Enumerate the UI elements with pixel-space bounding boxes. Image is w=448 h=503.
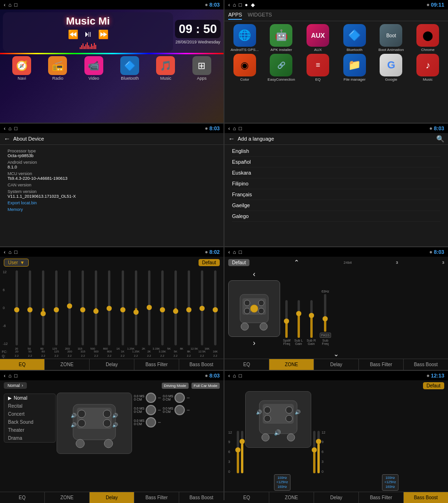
minus-icon-5[interactable]: − bbox=[158, 419, 161, 426]
square-icon[interactable]: □ bbox=[14, 126, 17, 131]
minus-icon-1[interactable]: − bbox=[158, 394, 161, 401]
back-icon[interactable]: ‹ bbox=[228, 373, 230, 378]
back-icon[interactable]: ‹ bbox=[4, 2, 6, 8]
home-icon[interactable]: ⌂ bbox=[233, 126, 236, 131]
nav-video[interactable]: 📹 Video bbox=[84, 56, 103, 81]
eq-vslider-12[interactable] bbox=[174, 270, 177, 345]
driving-mode-button[interactable]: Driving Mode bbox=[162, 383, 189, 389]
nav-navi[interactable]: 🧭 Navi bbox=[12, 56, 31, 81]
subfreq-slider[interactable] bbox=[324, 294, 326, 332]
eq-vslider-0[interactable] bbox=[16, 270, 18, 345]
diamond-icon[interactable]: ◆ bbox=[251, 2, 255, 8]
minus-icon-3[interactable]: − bbox=[158, 407, 161, 413]
preset-nomal[interactable]: ▶ Nomal bbox=[4, 394, 55, 402]
app-aux[interactable]: AUX AUX bbox=[300, 24, 335, 52]
back-icon[interactable]: ‹ bbox=[228, 126, 230, 131]
zone-default-button[interactable]: Defaut bbox=[228, 259, 249, 266]
home-icon[interactable]: ⌂ bbox=[8, 126, 12, 131]
lang-euskara[interactable]: Euskara bbox=[232, 168, 440, 178]
tab-eq[interactable]: EQ bbox=[224, 359, 269, 370]
bass-right-slider1[interactable] bbox=[313, 431, 315, 473]
square-icon[interactable]: □ bbox=[239, 373, 242, 378]
eq-vslider-7[interactable] bbox=[108, 270, 110, 345]
lang-espanol[interactable]: Español bbox=[232, 157, 440, 168]
app-bluetooth[interactable]: 🔷 Bluetooth bbox=[337, 24, 372, 52]
square-icon[interactable]: □ bbox=[239, 249, 242, 255]
eq-vslider-5[interactable] bbox=[82, 270, 84, 345]
preset-theater[interactable]: Theater bbox=[4, 426, 55, 434]
tab-eq[interactable]: EQ bbox=[0, 359, 45, 370]
tab-zone[interactable]: ZONE bbox=[269, 359, 314, 370]
eq-vslider-9[interactable] bbox=[135, 270, 137, 345]
eq-vslider-6[interactable] bbox=[95, 270, 97, 345]
eq-preset-select[interactable]: User ▼ bbox=[4, 259, 29, 267]
export-link[interactable]: Export locat.bin bbox=[8, 201, 216, 205]
eq-vslider-13[interactable] bbox=[188, 270, 190, 345]
subl-slider[interactable] bbox=[298, 300, 300, 338]
eq-vslider-11[interactable] bbox=[161, 270, 164, 345]
home-icon[interactable]: ⌂ bbox=[233, 373, 236, 378]
tab-bass-boost[interactable]: Bass Boost bbox=[179, 359, 224, 370]
spdif-slider[interactable] bbox=[285, 300, 288, 338]
app-easy[interactable]: 🔗 EasyConnection bbox=[264, 54, 299, 82]
app-apk[interactable]: 🤖 APK installer bbox=[264, 24, 299, 52]
lang-english[interactable]: English bbox=[232, 146, 440, 157]
delay-mode-select[interactable]: Nomal › bbox=[4, 382, 27, 389]
lang-gaeilge[interactable]: Gaeilge bbox=[232, 200, 440, 211]
tab-bass-filter[interactable]: Bass Filter bbox=[134, 359, 179, 370]
app-music[interactable]: ♪ Music bbox=[410, 54, 445, 82]
square-icon[interactable]: □ bbox=[14, 2, 17, 8]
home-icon[interactable]: ⌂ bbox=[8, 249, 12, 255]
app-chrome[interactable]: ⬤ Chrome bbox=[410, 24, 445, 52]
expand-up-icon[interactable]: ⌃ bbox=[294, 259, 299, 266]
back-icon[interactable]: ‹ bbox=[4, 373, 6, 378]
home-icon[interactable]: ⌂ bbox=[8, 2, 12, 8]
eq-vslider-3[interactable] bbox=[55, 270, 58, 345]
square-icon[interactable]: □ bbox=[239, 126, 242, 131]
lang-galego[interactable]: Galego bbox=[232, 211, 440, 222]
app-fileman[interactable]: 📁 File manager bbox=[337, 54, 372, 82]
preset-concert[interactable]: Concert bbox=[4, 410, 55, 418]
delay-knob-5[interactable] bbox=[146, 417, 156, 428]
eq-vslider-10[interactable] bbox=[148, 270, 150, 345]
app-google[interactable]: G Google bbox=[374, 54, 409, 82]
preset-back-sound[interactable]: Back Sound bbox=[4, 418, 55, 426]
next-button[interactable]: ⏩ bbox=[98, 29, 108, 40]
prev-car-icon[interactable]: ‹ bbox=[253, 270, 255, 278]
tab-apps[interactable]: APPS bbox=[228, 10, 242, 20]
nav-apps[interactable]: ⊞ Apps bbox=[192, 56, 211, 81]
home-icon[interactable]: ⌂ bbox=[8, 373, 12, 378]
back-icon[interactable]: ‹ bbox=[228, 2, 230, 8]
prev-button[interactable]: ⏪ bbox=[68, 29, 78, 40]
eq-vslider-14[interactable] bbox=[201, 270, 203, 345]
app-boot[interactable]: Boot Boot Animation bbox=[374, 24, 409, 52]
tab-bass-boost[interactable]: Bass Boost bbox=[404, 359, 448, 370]
next-car-icon[interactable]: › bbox=[253, 339, 255, 347]
subr-slider[interactable] bbox=[310, 300, 313, 338]
tab-bass-boost[interactable]: Bass Boost bbox=[179, 492, 224, 503]
eq-default-button[interactable]: Defaut bbox=[199, 259, 220, 266]
lang-francais[interactable]: Français bbox=[232, 189, 440, 200]
minus-icon-2[interactable]: − bbox=[186, 394, 190, 401]
back-icon[interactable]: ‹ bbox=[228, 249, 230, 255]
delay-knob-1[interactable] bbox=[146, 393, 156, 403]
tab-bass-filter[interactable]: Bass Filter bbox=[134, 492, 179, 503]
preset-recital[interactable]: Recital bbox=[4, 402, 55, 410]
app-eq[interactable]: ≡ EQ bbox=[300, 54, 335, 82]
home-icon[interactable]: ⌂ bbox=[233, 2, 236, 8]
delay-knob-4[interactable] bbox=[174, 405, 185, 415]
bass-default-button[interactable]: Defaut bbox=[423, 382, 444, 389]
eq-vslider-4[interactable] bbox=[68, 270, 71, 345]
tab-bass-filter[interactable]: Bass Filter bbox=[359, 359, 404, 370]
back-icon[interactable]: ‹ bbox=[4, 126, 6, 131]
delay-knob-2[interactable] bbox=[174, 393, 185, 403]
nav-bluetooth[interactable]: 🔷 Bluetooth bbox=[120, 56, 139, 81]
delay-knob-3[interactable] bbox=[146, 405, 156, 415]
tab-bass-filter[interactable]: Bass Filter bbox=[359, 492, 404, 503]
tab-delay[interactable]: Delay bbox=[314, 492, 359, 503]
preset-drama[interactable]: Drama bbox=[4, 434, 55, 442]
minus-icon-4[interactable]: − bbox=[186, 407, 190, 413]
back-icon[interactable]: ‹ bbox=[4, 249, 6, 255]
tab-delay[interactable]: Delay bbox=[314, 359, 359, 370]
memory-link[interactable]: Memory bbox=[8, 207, 216, 212]
